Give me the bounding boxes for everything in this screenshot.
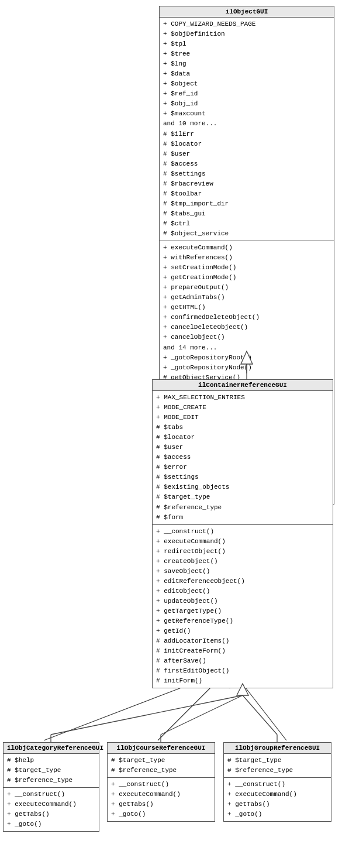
ilContainerReferenceGUI-box: ilContainerReferenceGUI + MAX_SELECTION_… [152,379,333,688]
svg-line-10 [51,695,243,735]
ilContainerReferenceGUI-properties: + MAX_SELECTION_ENTRIES + MODE_CREATE + … [153,391,333,525]
ilObjGroupReferenceGUI-properties: # $target_type # $reference_type [224,754,331,778]
ilObjCategoryReferenceGUI-box: ilObjCategoryReferenceGUI # $help # $tar… [3,742,99,832]
ilObjectGUI-title: ilObjectGUI [160,6,334,18]
ilObjCourseReferenceGUI-box: ilObjCourseReferenceGUI # $target_type #… [107,742,215,822]
svg-line-2 [44,688,181,740]
ilContainerReferenceGUI-title: ilContainerReferenceGUI [153,380,333,391]
ilObjCourseReferenceGUI-title: ilObjCourseReferenceGUI [108,743,215,754]
ilObjCategoryReferenceGUI-methods: + __construct() + executeCommand() + get… [4,788,99,831]
svg-line-3 [158,688,210,740]
ilObjCourseReferenceGUI-properties: # $target_type # $reference_type [108,754,215,778]
svg-line-4 [246,688,286,740]
ilObjCourseReferenceGUI-methods: + __construct() + executeCommand() + get… [108,778,215,821]
ilObjectGUI-properties: + COPY_WIZARD_NEEDS_PAGE + $objDefinitio… [160,18,334,241]
ilObjGroupReferenceGUI-title: ilObjGroupReferenceGUI [224,743,331,754]
ilObjCategoryReferenceGUI-title: ilObjCategoryReferenceGUI [4,743,99,754]
ilObjGroupReferenceGUI-box: ilObjGroupReferenceGUI # $target_type # … [223,742,331,822]
svg-line-12 [161,695,243,735]
ilObjCategoryReferenceGUI-properties: # $help # $target_type # $reference_type [4,754,99,788]
svg-line-14 [243,695,277,735]
ilContainerReferenceGUI-methods: + __construct() + executeCommand() + red… [153,525,333,688]
ilObjGroupReferenceGUI-methods: + __construct() + executeCommand() + get… [224,778,331,821]
diagram-container: ilObjectGUI + COPY_WIZARD_NEEDS_PAGE + $… [0,0,342,868]
